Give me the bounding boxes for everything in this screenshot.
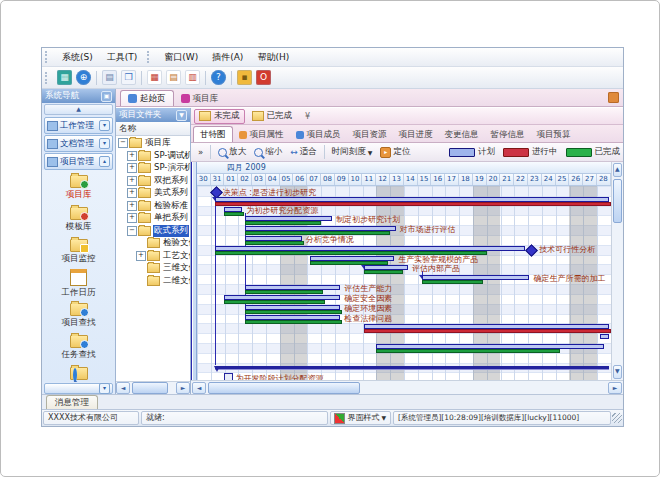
tree-item[interactable]: +工艺文件	[116, 250, 190, 263]
gantt-chart[interactable]: 决策点 :是否进行初步研究为初步研究分配资源制定初步研究计划对市场进行评估分析竞…	[197, 186, 611, 380]
tree-item[interactable]: 三维文件	[116, 262, 190, 275]
tree-item[interactable]: −项目库	[116, 137, 190, 150]
task-bar[interactable]: 制定初步研究计划	[245, 216, 332, 224]
task-bar[interactable]: 评估生产能力	[245, 285, 340, 293]
task-marker[interactable]	[224, 373, 233, 380]
scroll-right-icon[interactable]: ►	[608, 382, 622, 394]
tab-project-budget[interactable]: 项目预算	[531, 127, 577, 142]
scroll-up-icon[interactable]: ▲	[613, 163, 622, 177]
gantt-hscrollbar[interactable]: ◄ ►	[191, 380, 623, 394]
gantt-vscrollbar[interactable]: ▲ ▼	[611, 162, 623, 380]
resize-grip[interactable]	[612, 413, 622, 423]
task-bar[interactable]: 评估内部产品	[364, 265, 408, 273]
sidebar-section-document-management[interactable]: 文档管理▾	[44, 135, 113, 152]
tab-change-info[interactable]: 变更信息	[439, 127, 485, 142]
task-bar[interactable]	[364, 324, 610, 332]
collapse-icon[interactable]: −	[127, 226, 137, 236]
scroll-left-icon[interactable]: ◄	[192, 382, 206, 394]
sidebar-item-project-monitor[interactable]: 项目监控	[42, 236, 115, 268]
tab-project-members[interactable]: 项目成员	[290, 127, 347, 142]
expand-icon[interactable]: +	[127, 213, 137, 223]
filter-more-button[interactable]: ¥	[305, 112, 310, 121]
tab-pause-info[interactable]: 暂停信息	[485, 127, 531, 142]
tree-column-header[interactable]: 名称	[116, 122, 190, 136]
task-bar[interactable]: 确定生产所需的加工	[422, 275, 530, 283]
workspace-icon[interactable]: ▦	[57, 70, 72, 85]
tree-item[interactable]: 检验文件	[116, 237, 190, 250]
sidebar-item-project-doc-search[interactable]: 项目文档查找	[42, 364, 115, 382]
zoom-in-button[interactable]: 放大	[214, 145, 250, 159]
sidebar-item-project-search[interactable]: 项目查找	[42, 300, 115, 332]
tree-item[interactable]: +单把系列	[116, 212, 190, 225]
task-bar[interactable]	[215, 197, 610, 205]
tree-item[interactable]: +双把系列	[116, 175, 190, 188]
tab-start-page[interactable]: 起始页	[120, 90, 174, 106]
tree-pin-icon[interactable]: ▼	[176, 110, 187, 121]
sidebar-scroll-up-button[interactable]: ▲	[44, 104, 113, 115]
tab-project-progress[interactable]: 项目进度	[393, 127, 439, 142]
sidebar-pin-icon[interactable]: ▣	[101, 91, 112, 102]
expand-icon[interactable]: +	[127, 188, 137, 198]
expand-icon[interactable]: +	[136, 251, 146, 261]
task-bar[interactable]: 分析竞争情况	[245, 236, 302, 244]
calendar-open-icon[interactable]: ▤	[166, 70, 181, 85]
chevron-down-icon[interactable]: ▾	[99, 120, 110, 131]
ui-style-dropdown[interactable]: 界面样式 ▼	[330, 411, 391, 425]
task-bar[interactable]: 为初步研究分配资源	[224, 207, 242, 215]
tab-gantt[interactable]: 甘特图	[193, 126, 233, 142]
chevron-down-icon[interactable]: ▾	[99, 138, 110, 149]
gantt-hscroll-thumb[interactable]	[208, 382, 360, 394]
menu-item-tools[interactable]: 工具(T)	[100, 49, 145, 66]
task-bar[interactable]: 检查法律问题	[245, 315, 340, 323]
task-bar[interactable]: 对市场进行评估	[245, 226, 395, 234]
tree-item[interactable]: +美式系列	[116, 187, 190, 200]
fit-button[interactable]: ↔适合	[286, 145, 321, 159]
menu-item-window[interactable]: 窗口(W)	[157, 49, 205, 66]
calendar-close-icon[interactable]: ▥	[185, 70, 200, 85]
folder-window-icon[interactable]: ▤	[102, 70, 117, 85]
expand-icon[interactable]: +	[127, 151, 137, 161]
sidebar-item-task-search[interactable]: 任务查找	[42, 332, 115, 364]
filter-unfinished[interactable]: 未完成	[194, 109, 245, 124]
filter-finished[interactable]: 已完成	[248, 110, 297, 123]
tab-list-button[interactable]	[608, 92, 619, 103]
tree-hscroll-thumb[interactable]	[132, 382, 168, 394]
task-bar[interactable]: 生产实验室规模的产品	[310, 256, 394, 264]
menu-item-plugins[interactable]: 插件(A)	[205, 49, 250, 66]
tree-item[interactable]: +SP-演示机系	[116, 162, 190, 175]
task-bar[interactable]: 确定环境因素	[245, 305, 340, 313]
scroll-right-icon[interactable]: ►	[176, 382, 190, 394]
tree-item[interactable]: −欧式系列	[116, 225, 190, 238]
message-management-tab[interactable]: 消息管理	[46, 395, 98, 409]
locate-button[interactable]: ▸定位	[376, 145, 414, 159]
task-bar[interactable]: 确定安全因素	[224, 295, 340, 303]
zoom-out-button[interactable]: 缩小	[250, 145, 286, 159]
expand-icon[interactable]: +	[127, 201, 137, 211]
toolbar-overflow-button[interactable]: »	[194, 145, 207, 159]
sidebar-item-template-library[interactable]: 模板库	[42, 204, 115, 236]
summary-bar[interactable]	[215, 366, 610, 369]
lock-icon[interactable]: ▪	[237, 70, 252, 85]
tab-project-properties[interactable]: 项目属性	[233, 127, 290, 142]
sidebar-section-work-management[interactable]: 工作管理▾	[44, 117, 113, 134]
gantt-vscroll-thumb[interactable]	[613, 179, 622, 223]
task-bar[interactable]	[376, 344, 604, 352]
scroll-left-icon[interactable]: ◄	[116, 382, 130, 394]
tree-item[interactable]: +检验标准	[116, 200, 190, 213]
task-bar[interactable]: 技术可行性分析	[215, 246, 526, 254]
sidebar-item-work-calendar[interactable]: 工作日历	[42, 268, 115, 300]
tab-project-resources[interactable]: 项目资源	[347, 127, 393, 142]
globe-icon[interactable]: ⊕	[76, 70, 91, 85]
milestone-diamond[interactable]	[525, 244, 538, 257]
tree-hscrollbar[interactable]: ◄ ►	[116, 381, 190, 394]
scroll-down-icon[interactable]: ▼	[613, 365, 622, 379]
sidebar-section-project-management[interactable]: 项目管理▴	[44, 153, 113, 170]
time-scale-dropdown[interactable]: 时间刻度▼	[328, 145, 377, 159]
tile-window-icon[interactable]: ❒	[121, 70, 136, 85]
sidebar-item-project-library[interactable]: 项目库	[42, 172, 115, 204]
tree-item[interactable]: +SP-调试机系	[116, 150, 190, 163]
tab-project-library[interactable]: 项目库	[174, 91, 226, 106]
menu-item-system[interactable]: 系统(S)	[55, 49, 100, 66]
help-icon[interactable]: ?	[211, 70, 226, 85]
chevron-down-icon[interactable]: ▾	[99, 383, 110, 394]
